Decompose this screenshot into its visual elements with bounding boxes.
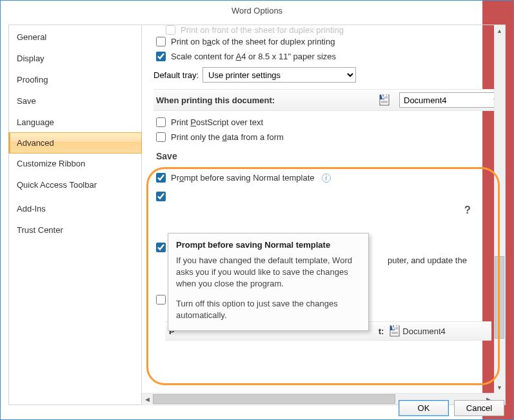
sidebar-item-customize-ribbon[interactable]: Customize Ribbon — [9, 153, 141, 174]
dialog-footer: OK Cancel — [399, 400, 504, 416]
svg-text:W: W — [391, 325, 400, 332]
checkbox-hidden-3[interactable] — [156, 295, 166, 305]
scroll-left-button[interactable]: ◀ — [142, 394, 153, 405]
titlebar: Word Options ? — [1, 1, 513, 21]
cancel-button[interactable]: Cancel — [454, 400, 504, 416]
vertical-scrollbar[interactable]: ▲ ▼ — [494, 25, 505, 393]
info-icon[interactable]: i — [322, 174, 331, 183]
option-data-form: Print only the data from a form — [153, 130, 505, 145]
default-tray-row: Default tray: Use printer settings — [153, 64, 505, 88]
tooltip-body: If you have changed the default template… — [176, 255, 361, 321]
content-panel: Print on back of the sheet for duplex pr… — [142, 25, 506, 405]
sidebar-item-quick-access-toolbar[interactable]: Quick Access Toolbar — [9, 174, 141, 195]
option-scale-content: Scale content for A4 or 8.5 x 11" paper … — [153, 49, 505, 64]
horizontal-scroll-thumb[interactable] — [153, 394, 395, 404]
checkbox-prompt-normal[interactable] — [156, 173, 166, 183]
word-doc-icon: W — [379, 94, 390, 106]
word-doc-icon: W — [389, 325, 400, 337]
section-when-printing: When printing this document: W Document4 — [153, 89, 505, 111]
section-save-header: Save — [153, 145, 505, 170]
checkbox-postscript[interactable] — [156, 117, 166, 127]
vertical-scroll-thumb[interactable] — [495, 256, 504, 339]
checkbox-print-back-duplex[interactable] — [156, 37, 166, 46]
checkbox-data-form[interactable] — [156, 132, 166, 142]
scroll-down-button[interactable]: ▼ — [494, 382, 505, 393]
default-tray-select[interactable]: Use printer settings — [203, 67, 356, 83]
when-printing-doc-select[interactable]: Document4 — [399, 92, 502, 108]
scroll-up-button[interactable]: ▲ — [494, 25, 505, 36]
sidebar-item-proofing[interactable]: Proofing — [9, 69, 141, 90]
sidebar: General Display Proofing Save Language A… — [8, 25, 142, 405]
option-print-back-duplex: Print on back of the sheet for duplex pr… — [153, 34, 505, 49]
truncated-text-behind-tooltip: puter, and update the — [388, 255, 467, 265]
checkbox-scale-content[interactable] — [156, 52, 166, 61]
option-hidden-1 — [153, 189, 505, 204]
tooltip-title: Prompt before saving Normal template — [176, 240, 361, 250]
ok-button[interactable]: OK — [399, 400, 449, 416]
word-options-dialog: Word Options ? Print on front of the she… — [0, 0, 514, 420]
default-tray-label: Default tray: — [153, 70, 199, 80]
sidebar-item-add-ins[interactable]: Add-Ins — [9, 198, 141, 219]
sidebar-item-trust-center[interactable]: Trust Center — [9, 219, 141, 241]
option-postscript: Print PostScript over text — [153, 115, 505, 130]
tooltip-prompt-normal: Prompt before saving Normal template If … — [168, 233, 369, 331]
checkbox-hidden-1[interactable] — [156, 192, 166, 201]
sidebar-item-save[interactable]: Save — [9, 90, 141, 112]
sidebar-item-display[interactable]: Display — [9, 48, 141, 69]
option-prompt-normal: Prompt before saving Normal template i — [153, 170, 505, 185]
sidebar-item-general[interactable]: General — [9, 26, 141, 48]
sidebar-item-advanced[interactable]: Advanced — [8, 132, 142, 154]
checkbox-hidden-2[interactable] — [156, 243, 166, 252]
svg-text:W: W — [381, 94, 390, 101]
sidebar-item-language[interactable]: Language — [9, 112, 141, 133]
titlebar-title: Word Options — [1, 6, 513, 15]
